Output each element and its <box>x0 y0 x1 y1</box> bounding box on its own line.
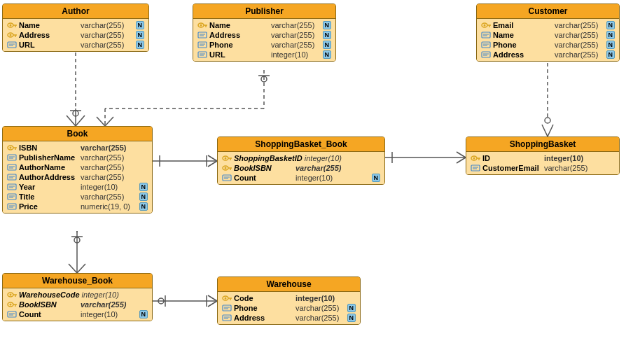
svg-rect-88 <box>8 184 16 190</box>
entity-customer-body: Email varchar(255) N Name varchar(255) N… <box>477 19 619 61</box>
field-type: integer(10) <box>81 183 137 191</box>
svg-rect-66 <box>482 32 490 38</box>
key-icon <box>222 164 232 172</box>
svg-rect-82 <box>8 164 16 170</box>
field-name: AuthorAddress <box>19 173 78 181</box>
entity-wb-body: WarehouseCode integer(10) BookISBN varch… <box>3 288 152 321</box>
key-icon <box>7 290 17 299</box>
entity-sb-body: ID integer(10) CustomerEmail varchar(255… <box>466 152 619 174</box>
entity-warehouse-header: Warehouse <box>218 277 360 292</box>
field-row: Address varchar(255) N <box>480 50 616 59</box>
field-type: varchar(255) <box>81 300 148 309</box>
field-name: Year <box>19 183 78 191</box>
entity-author-body: Name varchar(255) N Address varchar(255)… <box>3 19 148 51</box>
field-name: BookISBN <box>234 164 293 172</box>
svg-line-34 <box>208 301 217 307</box>
list-icon <box>222 304 232 312</box>
field-type: varchar(255) <box>81 21 134 29</box>
entity-warehouse: Warehouse Code integer(10) Phone varchar… <box>217 276 361 325</box>
entity-author-header: Author <box>3 4 148 19</box>
field-row: ID integer(10) <box>469 153 616 163</box>
field-name: Phone <box>493 41 552 49</box>
entity-publisher: Publisher Name varchar(255) N Address va… <box>193 4 336 62</box>
svg-point-122 <box>10 304 12 306</box>
field-row: Address varchar(255) N <box>221 313 357 323</box>
field-name: Name <box>19 21 78 29</box>
svg-line-10 <box>105 117 113 126</box>
svg-rect-112 <box>471 165 480 171</box>
svg-point-65 <box>484 24 486 27</box>
svg-point-100 <box>225 158 227 160</box>
field-row: Phone varchar(255) N <box>480 40 616 50</box>
list-icon <box>7 310 17 318</box>
entity-shoppingbasket-book: ShoppingBasket_Book ShoppingBasketID int… <box>217 136 385 185</box>
field-type: varchar(255) <box>295 304 345 312</box>
svg-rect-123 <box>8 312 16 317</box>
field-row: Title varchar(255) N <box>6 192 149 202</box>
svg-line-19 <box>457 152 466 158</box>
field-row: BookISBN varchar(255) <box>221 163 382 173</box>
null-badge: N <box>606 50 615 59</box>
field-type: varchar(255) <box>555 41 604 49</box>
field-type: varchar(255) <box>81 31 134 39</box>
svg-point-23 <box>545 118 550 123</box>
svg-point-45 <box>10 34 12 36</box>
field-type: varchar(255) <box>81 163 148 172</box>
svg-line-14 <box>208 155 217 161</box>
svg-rect-85 <box>8 174 16 180</box>
field-name: Name <box>209 21 269 29</box>
entity-shoppingbasket: ShoppingBasket ID integer(10) CustomerEm… <box>466 136 620 175</box>
field-row: URL integer(10) N <box>196 50 333 59</box>
field-type: varchar(255) <box>295 164 380 172</box>
field-row: PublisherName varchar(255) <box>6 153 149 162</box>
key-icon <box>7 21 17 29</box>
null-badge: N <box>323 41 332 49</box>
svg-point-118 <box>10 294 12 296</box>
svg-line-25 <box>548 125 553 136</box>
entity-publisher-body: Name varchar(255) N Address varchar(255)… <box>193 19 335 61</box>
key-icon <box>222 154 232 162</box>
entity-warehouse-book: Warehouse_Book WarehouseCode integer(10)… <box>2 273 153 321</box>
field-name: Count <box>234 174 293 182</box>
field-name: Phone <box>234 304 293 312</box>
list-icon <box>7 153 17 162</box>
field-row: Code integer(10) <box>221 293 357 303</box>
svg-rect-53 <box>198 32 207 38</box>
entity-sb-header: ShoppingBasket <box>466 137 619 152</box>
svg-line-2 <box>76 115 85 126</box>
svg-rect-105 <box>223 175 231 181</box>
field-type: varchar(255) <box>271 31 321 39</box>
field-row: Address varchar(255) N <box>6 30 146 40</box>
svg-rect-94 <box>8 204 16 209</box>
field-row: URL varchar(255) N <box>6 40 146 50</box>
field-name: CustomerEmail <box>482 164 542 172</box>
field-name: Address <box>493 50 552 59</box>
field-type: integer(10) <box>305 154 380 162</box>
field-name: Count <box>19 310 78 318</box>
null-badge: N <box>606 31 615 39</box>
entity-wb-header: Warehouse_Book <box>3 274 152 288</box>
field-row: ShoppingBasketID integer(10) <box>221 153 382 163</box>
field-row: BookISBN varchar(255) <box>6 300 149 309</box>
svg-rect-59 <box>198 52 207 57</box>
svg-point-129 <box>225 298 227 300</box>
field-name: Address <box>234 314 293 322</box>
field-name: Address <box>209 31 269 39</box>
svg-line-33 <box>208 295 217 301</box>
list-icon <box>7 41 17 49</box>
svg-line-20 <box>457 158 466 163</box>
list-icon <box>7 202 17 211</box>
field-row: Address varchar(255) N <box>196 30 333 40</box>
null-badge: N <box>139 202 148 211</box>
key-icon <box>222 294 232 302</box>
svg-rect-133 <box>223 315 231 321</box>
list-icon <box>481 50 491 59</box>
field-type: varchar(255) <box>555 50 604 59</box>
field-type: varchar(255) <box>81 144 148 152</box>
field-row: AuthorAddress varchar(255) <box>6 172 149 182</box>
svg-rect-69 <box>482 42 490 48</box>
field-name: BookISBN <box>19 300 78 309</box>
null-badge: N <box>139 183 148 191</box>
svg-line-9 <box>97 117 105 126</box>
svg-point-78 <box>10 147 12 149</box>
